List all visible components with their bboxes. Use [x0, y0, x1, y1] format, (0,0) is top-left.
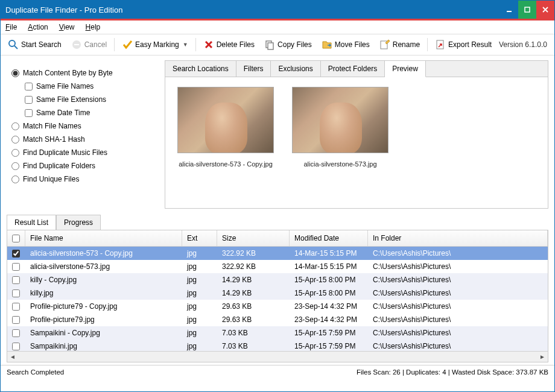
scroll-right-icon[interactable]: ►: [537, 352, 548, 362]
cancel-label: Cancel: [84, 40, 107, 49]
table-row[interactable]: killy.jpgjpg14.29 KB15-Apr-15 8:00 PMC:\…: [7, 286, 548, 300]
row-checkbox[interactable]: [7, 289, 25, 297]
row-size: 14.29 KB: [217, 276, 290, 284]
row-date: 23-Sep-14 4:32 PM: [290, 302, 368, 311]
row-checkbox[interactable]: [7, 263, 25, 271]
rename-button[interactable]: Rename: [376, 37, 423, 52]
row-checkbox[interactable]: [7, 343, 25, 350]
grid-body[interactable]: alicia-silverstone-573 - Copy.jpgjpg322.…: [7, 247, 548, 351]
titlebar: Duplicate File Finder - Pro Edition: [1, 1, 554, 19]
row-ext: jpg: [182, 276, 217, 284]
chevron-down-icon: ▼: [183, 42, 188, 48]
svg-rect-1: [525, 7, 530, 12]
radio-find-folders[interactable]: Find Duplicate Folders: [11, 159, 155, 172]
tab-search-locations[interactable]: Search Locations: [165, 61, 236, 77]
col-name[interactable]: File Name: [25, 230, 182, 246]
radio-find-unique[interactable]: Find Unique Files: [11, 172, 155, 186]
find-music-label: Find Duplicate Music Files: [23, 148, 107, 157]
tab-result-list[interactable]: Result List: [7, 215, 56, 230]
tab-protect-folders[interactable]: Protect Folders: [321, 61, 385, 77]
col-size[interactable]: Size: [217, 230, 290, 246]
tab-exclusions[interactable]: Exclusions: [271, 61, 320, 77]
right-panel: Search Locations Filters Exclusions Prot…: [165, 60, 548, 209]
close-icon: [542, 7, 548, 13]
copy-icon: [264, 39, 275, 50]
row-folder: C:\Users\Ashis\Pictures\: [368, 276, 548, 284]
minimize-button[interactable]: [500, 1, 518, 19]
find-folders-label: Find Duplicate Folders: [23, 162, 95, 170]
result-tabs: Result List Progress: [7, 215, 548, 230]
table-row[interactable]: alicia-silverstone-573 - Copy.jpgjpg322.…: [7, 247, 548, 260]
start-search-label: Start Search: [21, 40, 62, 49]
row-checkbox[interactable]: [7, 276, 25, 284]
horizontal-scrollbar[interactable]: ◄ ►: [7, 351, 548, 362]
menu-action[interactable]: Action: [28, 23, 48, 31]
move-files-button[interactable]: Move Files: [318, 37, 373, 52]
checkmark-icon: [122, 39, 133, 50]
menu-help[interactable]: Help: [86, 23, 101, 31]
table-row[interactable]: Sampaikini - Copy.jpgjpg7.03 KB15-Apr-15…: [7, 326, 548, 340]
table-row[interactable]: Sampaikini.jpgjpg7.03 KB15-Apr-15 7:59 P…: [7, 340, 548, 351]
scroll-track[interactable]: [18, 352, 537, 362]
col-check[interactable]: [7, 230, 25, 246]
start-search-button[interactable]: Start Search: [4, 37, 65, 52]
check-same-ext[interactable]: Same File Extensions: [25, 93, 155, 106]
preview-item[interactable]: alicia-silverstone-573 - Copy.jpg: [177, 87, 274, 168]
row-ext: jpg: [182, 249, 217, 258]
maximize-button[interactable]: [518, 1, 536, 19]
table-row[interactable]: Profile-picture79.jpgjpg29.63 KB23-Sep-1…: [7, 313, 548, 326]
easy-marking-button[interactable]: Easy Marking ▼: [118, 37, 192, 52]
cancel-button[interactable]: Cancel: [68, 37, 110, 52]
row-size: 322.92 KB: [217, 262, 290, 271]
row-ext: jpg: [182, 329, 217, 337]
tab-progress[interactable]: Progress: [56, 215, 101, 230]
same-names-label: Same File Names: [36, 82, 94, 90]
tab-filters[interactable]: Filters: [236, 61, 271, 77]
svg-rect-0: [507, 11, 512, 12]
row-checkbox[interactable]: [7, 303, 25, 311]
delete-files-button[interactable]: Delete Files: [200, 37, 258, 52]
radio-match-content[interactable]: Match Content Byte by Byte: [11, 66, 155, 80]
row-size: 29.63 KB: [217, 315, 290, 324]
menu-file[interactable]: File: [5, 23, 17, 31]
row-name: killy - Copy.jpg: [25, 276, 182, 284]
svg-line-3: [14, 46, 17, 49]
rename-label: Rename: [393, 40, 420, 49]
copy-files-button[interactable]: Copy Files: [261, 37, 316, 52]
row-checkbox[interactable]: [7, 329, 25, 337]
preview-thumbnail: [292, 87, 388, 153]
check-same-date[interactable]: Same Date Time: [25, 106, 155, 119]
menu-view[interactable]: View: [59, 23, 75, 31]
table-row[interactable]: Profile-picture79 - Copy.jpgjpg29.63 KB2…: [7, 300, 548, 313]
easy-marking-label: Easy Marking: [135, 40, 179, 49]
col-ext[interactable]: Ext: [182, 230, 217, 246]
row-name: Sampaikini - Copy.jpg: [25, 329, 182, 337]
col-folder[interactable]: In Folder: [368, 230, 548, 246]
window-title: Duplicate File Finder - Pro Edition: [5, 5, 500, 14]
search-icon: [8, 39, 19, 50]
rename-icon: [379, 39, 390, 50]
table-row[interactable]: killy - Copy.jpgjpg14.29 KB15-Apr-15 8:0…: [7, 273, 548, 286]
export-result-button[interactable]: Export Result: [431, 37, 495, 52]
radio-find-music[interactable]: Find Duplicate Music Files: [11, 146, 155, 159]
maximize-icon: [524, 7, 530, 13]
grid-header: File Name Ext Size Modified Date In Fold…: [7, 230, 548, 247]
row-ext: jpg: [182, 289, 217, 297]
tab-preview[interactable]: Preview: [385, 61, 426, 77]
radio-match-names[interactable]: Match File Names: [11, 119, 155, 133]
row-size: 7.03 KB: [217, 342, 290, 350]
col-date[interactable]: Modified Date: [290, 230, 368, 246]
row-checkbox[interactable]: [7, 250, 25, 258]
row-folder: C:\Users\Ashis\Pictures\: [368, 315, 548, 324]
table-row[interactable]: alicia-silverstone-573.jpgjpg322.92 KB14…: [7, 260, 548, 273]
row-name: Profile-picture79.jpg: [25, 315, 182, 324]
row-folder: C:\Users\Ashis\Pictures\: [368, 249, 548, 258]
row-checkbox[interactable]: [7, 316, 25, 324]
row-folder: C:\Users\Ashis\Pictures\: [368, 289, 548, 297]
radio-match-sha1[interactable]: Match SHA-1 Hash: [11, 133, 155, 146]
close-button[interactable]: [536, 1, 554, 19]
check-same-names[interactable]: Same File Names: [25, 80, 155, 93]
preview-item[interactable]: alicia-silverstone-573.jpg: [292, 87, 388, 168]
scroll-left-icon[interactable]: ◄: [7, 352, 18, 362]
row-ext: jpg: [182, 315, 217, 324]
